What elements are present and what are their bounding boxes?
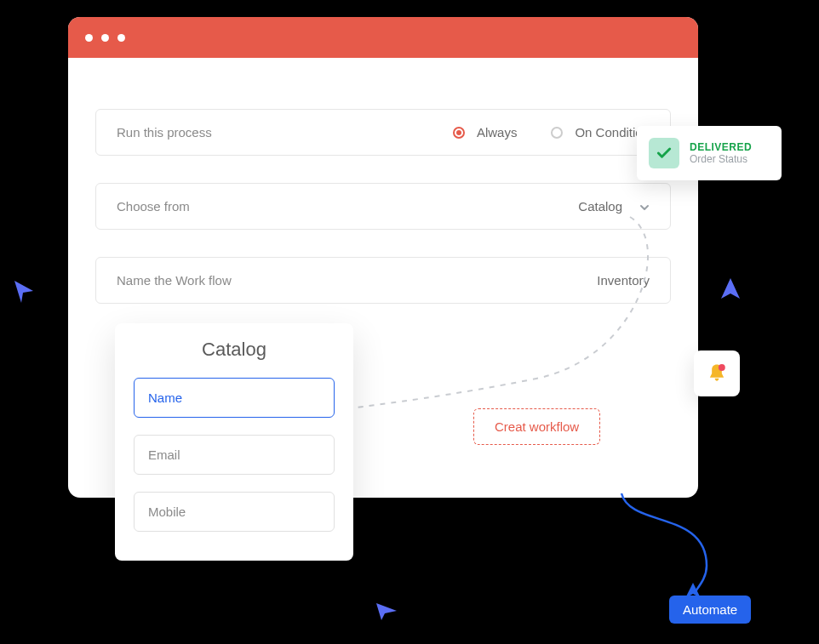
notification-bell-card[interactable] [694, 350, 740, 396]
radio-always[interactable] [453, 127, 465, 139]
run-process-label: Run this process [117, 125, 453, 140]
check-icon [649, 138, 679, 168]
window-titlebar [68, 17, 698, 58]
option-always-label[interactable]: Always [477, 125, 518, 140]
delivered-subtitle: Order Status [690, 153, 752, 165]
catalog-title: Catalog [134, 339, 335, 361]
cursor-icon [719, 276, 742, 302]
catalog-field-name[interactable]: Name [134, 378, 335, 418]
catalog-field-email[interactable]: Email [134, 435, 335, 475]
chevron-down-icon [638, 201, 650, 213]
traffic-light-icon [85, 34, 93, 42]
choose-from-label: Choose from [117, 199, 578, 214]
delivered-text: DELIVERED Order Status [690, 141, 752, 165]
delivered-card: DELIVERED Order Status [637, 126, 782, 180]
choose-from-value: Catalog [578, 199, 622, 214]
workflow-form: Run this process Always On Condition Cho… [68, 58, 698, 365]
choose-from-row[interactable]: Choose from Catalog [95, 183, 671, 230]
cursor-icon [13, 279, 35, 305]
delivered-title: DELIVERED [690, 141, 752, 153]
cursor-icon [684, 581, 702, 600]
catalog-field-mobile[interactable]: Mobile [134, 492, 335, 532]
name-workflow-row[interactable]: Name the Work flow Inventory [95, 257, 671, 304]
traffic-light-icon [101, 34, 109, 42]
svg-point-0 [719, 364, 725, 371]
radio-on-condition[interactable] [551, 127, 563, 139]
traffic-light-icon [117, 34, 125, 42]
cursor-icon [375, 600, 398, 622]
catalog-popup: Catalog Name Email Mobile [115, 323, 353, 561]
name-workflow-value: Inventory [597, 273, 650, 288]
run-process-row: Run this process Always On Condition [95, 109, 671, 156]
create-workflow-button[interactable]: Creat workflow [473, 408, 600, 445]
name-workflow-label: Name the Work flow [117, 273, 597, 288]
automate-button[interactable]: Automate [669, 596, 751, 624]
bell-icon [705, 362, 729, 385]
